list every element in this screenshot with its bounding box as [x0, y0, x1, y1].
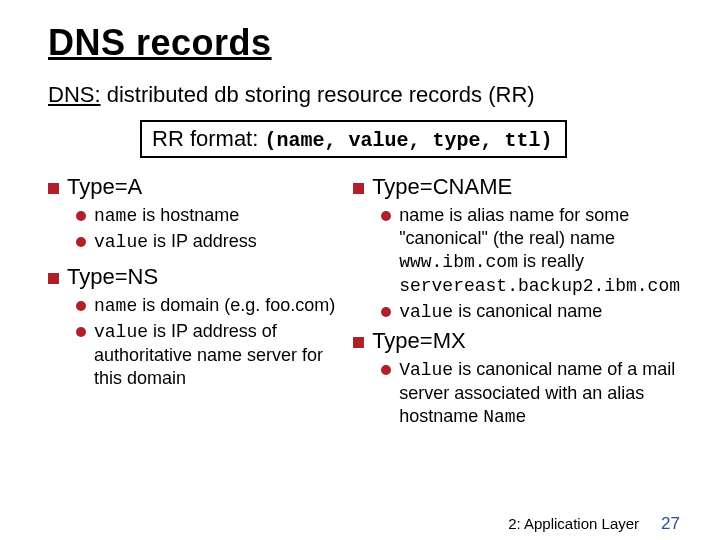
type-a-sublist: name is hostname value is IP address: [76, 204, 341, 254]
type-mx-label: Type=MX: [372, 328, 466, 354]
type-a-heading: Type=A: [48, 174, 341, 200]
circle-bullet-icon: [381, 365, 391, 375]
list-item: value is canonical name: [381, 300, 680, 324]
type-cname-heading: Type=CNAME: [353, 174, 680, 200]
rr-format-label: RR format:: [152, 126, 264, 151]
circle-bullet-icon: [381, 307, 391, 317]
list-item: value is IP address: [76, 230, 341, 254]
bullet-text: name is hostname: [94, 204, 239, 228]
slide-title: DNS records: [48, 22, 680, 64]
square-bullet-icon: [48, 273, 59, 284]
footer-page-number: 27: [661, 514, 680, 534]
type-cname-sublist: name is alias name for some "canonical" …: [381, 204, 680, 324]
list-item: name is alias name for some "canonical" …: [381, 204, 680, 298]
circle-bullet-icon: [76, 211, 86, 221]
subtitle-rest: distributed db storing resource records …: [101, 82, 535, 107]
list-item: value is IP address of authoritative nam…: [76, 320, 341, 390]
type-ns-label: Type=NS: [67, 264, 158, 290]
bullet-text: value is IP address: [94, 230, 257, 254]
subtitle-prefix: DNS:: [48, 82, 101, 107]
bullet-text: name is domain (e.g. foo.com): [94, 294, 335, 318]
list-item: name is hostname: [76, 204, 341, 228]
bullet-text: Value is canonical name of a mail server…: [399, 358, 680, 429]
square-bullet-icon: [353, 337, 364, 348]
square-bullet-icon: [48, 183, 59, 194]
square-bullet-icon: [353, 183, 364, 194]
left-column: Type=A name is hostname value is IP addr…: [48, 172, 341, 431]
circle-bullet-icon: [76, 327, 86, 337]
rr-format-box: RR format: (name, value, type, ttl): [140, 120, 567, 158]
right-column: Type=CNAME name is alias name for some "…: [353, 172, 680, 431]
circle-bullet-icon: [381, 211, 391, 221]
list-item: name is domain (e.g. foo.com): [76, 294, 341, 318]
bullet-text: name is alias name for some "canonical" …: [399, 204, 680, 298]
circle-bullet-icon: [76, 237, 86, 247]
content-columns: Type=A name is hostname value is IP addr…: [48, 172, 680, 431]
type-mx-sublist: Value is canonical name of a mail server…: [381, 358, 680, 429]
slide-footer: 2: Application Layer 27: [508, 514, 680, 534]
type-ns-heading: Type=NS: [48, 264, 341, 290]
bullet-text: value is canonical name: [399, 300, 602, 324]
type-mx-heading: Type=MX: [353, 328, 680, 354]
rr-format-tuple: (name, value, type, ttl): [264, 129, 552, 152]
type-ns-sublist: name is domain (e.g. foo.com) value is I…: [76, 294, 341, 390]
slide-subtitle: DNS: distributed db storing resource rec…: [48, 82, 680, 108]
circle-bullet-icon: [76, 301, 86, 311]
type-cname-label: Type=CNAME: [372, 174, 512, 200]
type-a-label: Type=A: [67, 174, 142, 200]
list-item: Value is canonical name of a mail server…: [381, 358, 680, 429]
footer-section: 2: Application Layer: [508, 515, 639, 532]
bullet-text: value is IP address of authoritative nam…: [94, 320, 341, 390]
